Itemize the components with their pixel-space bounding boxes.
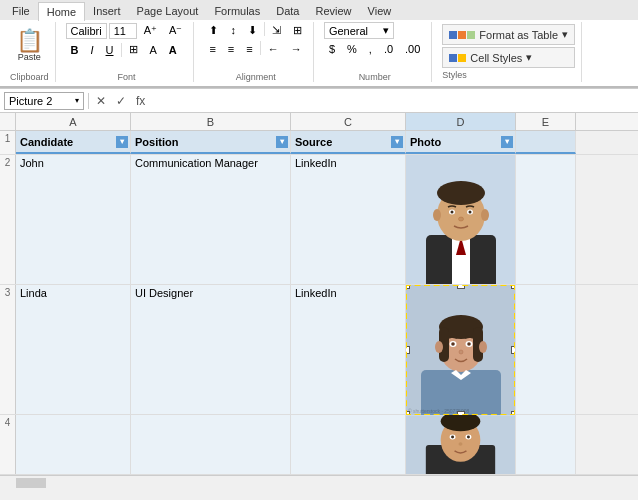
clipboard-label: Clipboard (10, 72, 49, 82)
font-size-dropdown[interactable]: 11 (109, 23, 137, 39)
tab-view[interactable]: View (360, 2, 400, 20)
font-size-down-button[interactable]: A⁻ (164, 22, 187, 39)
paste-button[interactable]: 📋 Paste (13, 28, 46, 64)
cell-c2[interactable]: LinkedIn (291, 155, 406, 284)
filter-a1[interactable]: ▾ (116, 136, 128, 148)
filter-d1[interactable]: ▾ (501, 136, 513, 148)
svg-point-23 (451, 342, 455, 346)
cell-d3[interactable]: © shutterstock · 250775908 (406, 285, 516, 414)
comma-button[interactable]: , (364, 41, 377, 57)
italic-button[interactable]: I (85, 42, 98, 58)
filter-c1[interactable]: ▾ (391, 136, 403, 148)
indent-increase-button[interactable]: → (286, 41, 307, 57)
font-size-up-button[interactable]: A⁺ (139, 22, 162, 39)
cell-c3[interactable]: LinkedIn (291, 285, 406, 414)
decimal-increase-button[interactable]: .00 (400, 41, 425, 57)
tab-data[interactable]: Data (268, 2, 307, 20)
underline-button[interactable]: U (101, 42, 119, 58)
ribbon: File Home Insert Page Layout Formulas Da… (0, 0, 638, 89)
filter-b1[interactable]: ▾ (276, 136, 288, 148)
font-color-button[interactable]: A (164, 42, 182, 58)
align-bottom-button[interactable]: ⬇ (243, 22, 262, 39)
cell-c3-value: LinkedIn (295, 287, 337, 299)
spreadsheet: A B C D E 1 Candidate ▾ Position ▾ Sourc… (0, 113, 638, 475)
formula-bar: Picture 2 ▾ ✕ ✓ fx (0, 89, 638, 113)
paste-label: Paste (18, 52, 41, 62)
tab-home[interactable]: Home (38, 2, 85, 21)
cell-c4[interactable] (291, 415, 406, 474)
col-header-c[interactable]: C (291, 113, 406, 130)
col-header-d[interactable]: D (406, 113, 516, 130)
cell-a3[interactable]: Linda (16, 285, 131, 414)
tab-insert[interactable]: Insert (85, 2, 129, 20)
svg-point-5 (437, 181, 485, 205)
fill-color-button[interactable]: A (145, 42, 162, 58)
cell-d4[interactable] (406, 415, 516, 474)
photo-d3-container: © shutterstock · 250775908 (406, 285, 515, 415)
person-photo-linda: © shutterstock · 250775908 (406, 285, 515, 415)
cell-e2[interactable] (516, 155, 576, 284)
align-center-button[interactable]: ≡ (223, 41, 239, 57)
clipboard-group: 📋 Paste Clipboard (4, 22, 56, 82)
formula-icons: ✕ ✓ fx (93, 93, 148, 109)
cell-d1-value: Photo (410, 136, 441, 148)
font-family-dropdown[interactable]: Calibri (66, 23, 107, 39)
alignment-top: ⬆ ↕ ⬇ ⇲ ⊞ ≡ ≡ ≡ ← → (204, 22, 307, 70)
handle-tr[interactable] (511, 285, 515, 289)
scrollbar-thumb[interactable] (16, 478, 46, 488)
cell-a1[interactable]: Candidate ▾ (16, 131, 131, 154)
cell-styles-button[interactable]: Cell Styles ▾ (442, 47, 575, 68)
borders-button[interactable]: ⊞ (124, 41, 143, 58)
cell-a2[interactable]: John (16, 155, 131, 284)
col-header-b[interactable]: B (131, 113, 291, 130)
tab-page-layout[interactable]: Page Layout (129, 2, 207, 20)
cell-c2-value: LinkedIn (295, 157, 337, 169)
number-format-dropdown[interactable]: General ▾ (324, 22, 394, 39)
decimal-decrease-button[interactable]: .0 (379, 41, 398, 57)
name-box[interactable]: Picture 2 ▾ (4, 92, 84, 110)
cell-e4[interactable] (516, 415, 576, 474)
insert-function-button[interactable]: fx (133, 93, 148, 109)
currency-button[interactable]: $ (324, 41, 340, 57)
handle-ml[interactable] (406, 346, 410, 354)
handle-tm[interactable] (457, 285, 465, 289)
cell-c1[interactable]: Source ▾ (291, 131, 406, 154)
svg-point-34 (451, 436, 454, 439)
align-right-button[interactable]: ≡ (241, 41, 257, 57)
indent-decrease-button[interactable]: ← (263, 41, 284, 57)
col-header-e[interactable]: E (516, 113, 576, 130)
row-num-header (0, 113, 16, 130)
cell-e3[interactable] (516, 285, 576, 414)
cell-e1[interactable] (516, 131, 576, 154)
horizontal-scrollbar[interactable] (0, 475, 638, 489)
cell-d1[interactable]: Photo ▾ (406, 131, 516, 154)
cell-b2[interactable]: Communication Manager (131, 155, 291, 284)
col-header-a[interactable]: A (16, 113, 131, 130)
cell-b1[interactable]: Position ▾ (131, 131, 291, 154)
cell-b4[interactable] (131, 415, 291, 474)
tab-file[interactable]: File (4, 2, 38, 20)
formula-input[interactable] (150, 92, 634, 110)
format-as-table-button[interactable]: Format as Table ▾ (442, 24, 575, 45)
ribbon-content: 📋 Paste Clipboard Calibri 11 A⁺ A⁻ B I U (0, 20, 638, 88)
merge-button[interactable]: ⊞ (288, 22, 307, 39)
handle-mr[interactable] (511, 346, 515, 354)
cell-b3[interactable]: UI Designer (131, 285, 291, 414)
column-headers: A B C D E (0, 113, 638, 131)
cell-d2[interactable] (406, 155, 516, 284)
cell-a4[interactable] (16, 415, 131, 474)
handle-tl[interactable] (406, 285, 410, 289)
confirm-formula-button[interactable]: ✓ (113, 93, 129, 109)
wrap-text-button[interactable]: ⇲ (267, 22, 286, 39)
tab-formulas[interactable]: Formulas (206, 2, 268, 20)
percent-button[interactable]: % (342, 41, 362, 57)
format-table-arrow: ▾ (562, 28, 568, 41)
bold-button[interactable]: B (66, 42, 84, 58)
align-middle-button[interactable]: ↕ (225, 22, 241, 39)
svg-point-12 (459, 217, 464, 221)
cancel-formula-button[interactable]: ✕ (93, 93, 109, 109)
align-top-button[interactable]: ⬆ (204, 22, 223, 39)
tab-review[interactable]: Review (307, 2, 359, 20)
format-table-icon (449, 31, 475, 39)
align-left-button[interactable]: ≡ (204, 41, 220, 57)
